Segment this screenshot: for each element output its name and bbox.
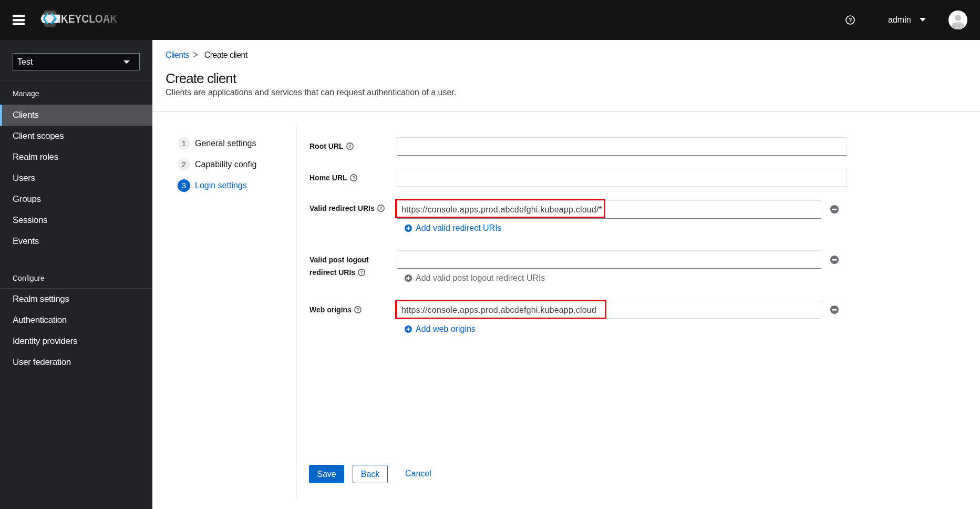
svg-text:?: ? bbox=[352, 175, 355, 180]
svg-text:?: ? bbox=[356, 307, 359, 312]
svg-text:?: ? bbox=[379, 205, 383, 211]
svg-text:?: ? bbox=[849, 17, 852, 23]
svg-text:?: ? bbox=[360, 269, 363, 275]
svg-text:?: ? bbox=[348, 143, 352, 149]
